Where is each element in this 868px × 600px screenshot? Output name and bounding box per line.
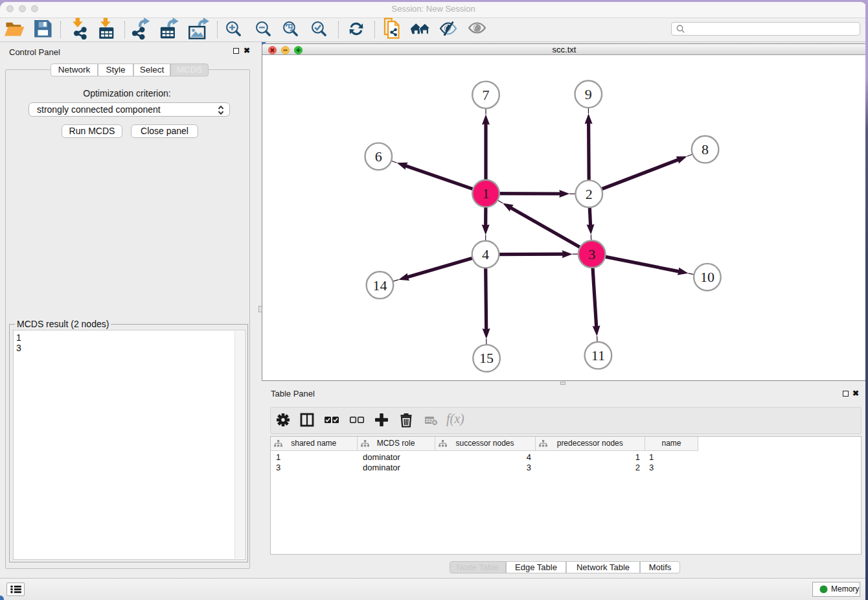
svg-text:7: 7 bbox=[483, 87, 490, 103]
svg-text:3: 3 bbox=[588, 246, 595, 262]
svg-text:2: 2 bbox=[586, 186, 593, 202]
svg-text:14: 14 bbox=[372, 277, 387, 294]
svg-text:9: 9 bbox=[585, 86, 592, 102]
svg-text:1: 1 bbox=[483, 185, 490, 202]
svg-text:15: 15 bbox=[479, 350, 494, 366]
svg-text:4: 4 bbox=[482, 246, 489, 262]
svg-text:11: 11 bbox=[591, 347, 605, 363]
svg-text:8: 8 bbox=[702, 141, 709, 157]
svg-text:10: 10 bbox=[700, 269, 714, 285]
svg-text:6: 6 bbox=[375, 148, 382, 165]
